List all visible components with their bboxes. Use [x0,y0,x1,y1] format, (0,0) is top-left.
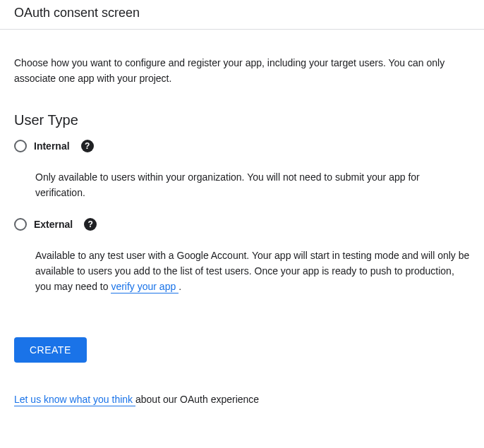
radio-external[interactable] [14,218,27,231]
external-desc-part2: . [179,281,181,292]
radio-option-external: External ? Available to any test user wi… [14,218,470,295]
feedback-link[interactable]: Let us know what you think [14,394,135,406]
feedback-rest: about our OAuth experience [135,394,259,405]
help-icon[interactable]: ? [84,218,97,231]
create-button[interactable]: CREATE [14,337,87,363]
intro-text: Choose how you want to configure and reg… [14,55,466,87]
radio-external-label: External [34,219,73,230]
help-icon[interactable]: ? [81,140,94,152]
radio-internal-label: Internal [34,140,70,152]
feedback-row: Let us know what you think about our OAu… [14,394,470,405]
radio-internal-description: Only available to users within your orga… [35,169,470,201]
user-type-heading: User Type [14,112,470,128]
verify-app-link[interactable]: verify your app [111,281,179,293]
radio-internal[interactable] [14,140,27,152]
external-desc-part1: Available to any test user with a Google… [35,250,469,293]
page-title: OAuth consent screen [14,6,470,20]
help-icon-glyph: ? [88,219,93,229]
radio-option-internal: Internal ? Only available to users withi… [14,140,470,201]
radio-external-description: Available to any test user with a Google… [35,248,470,295]
help-icon-glyph: ? [85,141,90,151]
